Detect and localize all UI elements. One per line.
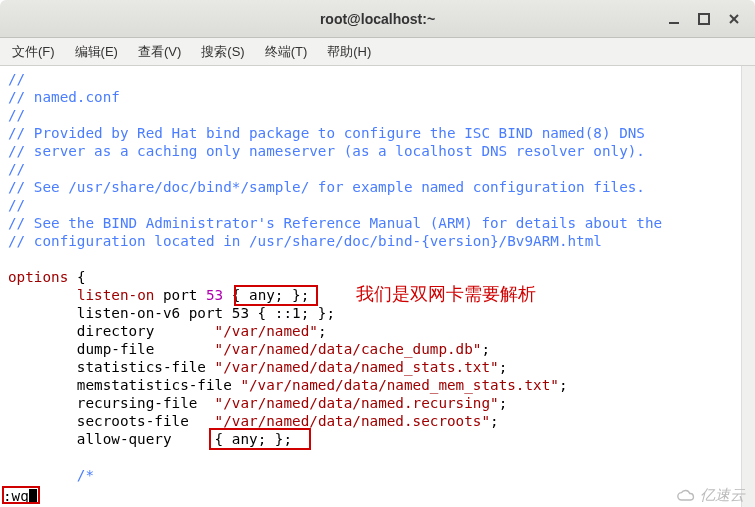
comment-line: // named.conf: [8, 88, 747, 106]
blank-line: [8, 448, 747, 466]
menu-edit[interactable]: 编辑(E): [71, 41, 122, 63]
menu-search[interactable]: 搜索(S): [197, 41, 248, 63]
memstats-line: memstatistics-file "/var/named/data/name…: [8, 376, 747, 394]
maximize-button[interactable]: [689, 5, 719, 33]
watermark: 亿速云: [676, 486, 745, 505]
menu-view[interactable]: 查看(V): [134, 41, 185, 63]
directory-line: directory "/var/named";: [8, 322, 747, 340]
annotation-text: 我们是双网卡需要解析: [356, 285, 536, 303]
menu-file[interactable]: 文件(F): [8, 41, 59, 63]
comment-start: /*: [8, 466, 747, 484]
blank-line: [8, 250, 747, 268]
menubar: 文件(F) 编辑(E) 查看(V) 搜索(S) 终端(T) 帮助(H): [0, 38, 755, 66]
terminal-content[interactable]: // // named.conf // // Provided by Red H…: [0, 66, 755, 507]
svg-rect-0: [669, 22, 679, 24]
comment-line: // See the BIND Administrator's Referenc…: [8, 214, 747, 232]
minimize-button[interactable]: [659, 5, 689, 33]
comment-line: // configuration located in /usr/share/d…: [8, 232, 747, 250]
allow-query-line: allow-query { any; };: [8, 430, 747, 448]
titlebar: root@localhost:~: [0, 0, 755, 38]
comment-line: //: [8, 106, 747, 124]
statistics-line: statistics-file "/var/named/data/named_s…: [8, 358, 747, 376]
comment-line: //: [8, 70, 747, 88]
svg-rect-1: [699, 14, 709, 24]
comment-line: // See /usr/share/doc/bind*/sample/ for …: [8, 178, 747, 196]
recursing-line: recursing-file "/var/named/data/named.re…: [8, 394, 747, 412]
scrollbar[interactable]: [741, 66, 755, 507]
close-button[interactable]: [719, 5, 749, 33]
comment-line: // server as a caching only nameserver (…: [8, 142, 747, 160]
cursor-icon: [29, 489, 37, 504]
listen-v6-line: listen-on-v6 port 53 { ::1; };: [8, 304, 747, 322]
menu-terminal[interactable]: 终端(T): [261, 41, 312, 63]
vim-command-line[interactable]: :wq: [3, 487, 37, 505]
dump-file-line: dump-file "/var/named/data/cache_dump.db…: [8, 340, 747, 358]
secroots-line: secroots-file "/var/named/data/named.sec…: [8, 412, 747, 430]
comment-line: // Provided by Red Hat bind package to c…: [8, 124, 747, 142]
menu-help[interactable]: 帮助(H): [323, 41, 375, 63]
comment-line: //: [8, 196, 747, 214]
cloud-icon: [676, 489, 698, 503]
window-controls: [659, 0, 749, 37]
comment-line: //: [8, 160, 747, 178]
window-title: root@localhost:~: [320, 11, 435, 27]
